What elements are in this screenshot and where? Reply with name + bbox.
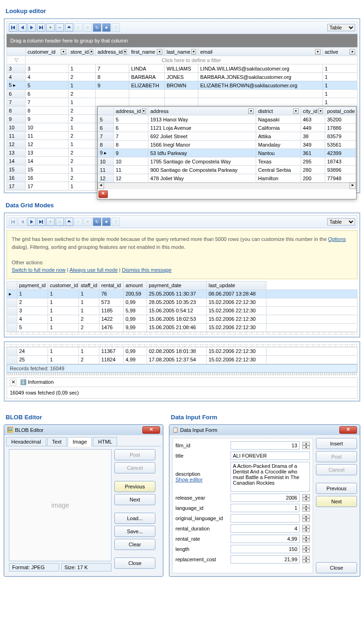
nav-next-button[interactable] xyxy=(28,218,36,226)
table-row[interactable]: 7 711 xyxy=(7,98,357,106)
show-editor-link[interactable]: Show editor xyxy=(175,477,228,482)
next-button[interactable]: Next xyxy=(114,494,155,505)
tab-html[interactable]: HTML xyxy=(93,437,117,446)
refresh-button[interactable]: ↻ xyxy=(93,23,101,32)
edit-up-button[interactable] xyxy=(65,218,73,226)
remove-button[interactable]: − xyxy=(56,218,64,226)
edit-up-button[interactable] xyxy=(65,23,73,32)
nav-first-button[interactable] xyxy=(9,23,17,32)
nav-last-button[interactable] xyxy=(37,23,45,32)
table-row[interactable]: 2115730,9928.05.2005 10:35:2315.02.2006 … xyxy=(7,298,357,306)
table-row[interactable]: 5 ▸519ELIZABETHBROWNELIZABETH.BROWN@saki… xyxy=(7,81,357,90)
column-header-payment_id[interactable]: payment_id xyxy=(17,281,48,289)
table-row[interactable]: 6 621 xyxy=(7,90,357,98)
cancel-button[interactable]: Cancel xyxy=(114,462,155,473)
release_year-input[interactable] xyxy=(231,494,300,502)
column-dropdown-icon[interactable]: ▾ xyxy=(191,49,196,55)
column-dropdown-icon[interactable]: ▾ xyxy=(157,49,162,55)
column-header-payment_date[interactable]: payment_date xyxy=(147,281,207,289)
popup-close-button[interactable]: ✕ xyxy=(98,191,108,198)
column-header-address_id[interactable]: address_id▾ xyxy=(96,48,129,56)
remove-button[interactable]: − xyxy=(56,23,64,32)
view-mode-select[interactable]: Table xyxy=(327,24,355,31)
column-dropdown-icon[interactable]: ▾ xyxy=(293,108,299,114)
column-header-postal_code[interactable]: postal_code▾ xyxy=(325,107,356,115)
film_id-input[interactable] xyxy=(231,441,300,450)
column-header-customer_id[interactable]: customer_id xyxy=(48,281,79,289)
table-row[interactable]: 51214769,9915.06.2005 21:08:4615.02.2006… xyxy=(7,323,357,332)
column-header-last_name[interactable]: last_name▾ xyxy=(165,48,198,56)
column-header-rental_id[interactable]: rental_id xyxy=(99,281,124,289)
column-header-address_id[interactable]: address_id▾ xyxy=(114,107,148,115)
column-dropdown-icon[interactable]: ▾ xyxy=(61,49,66,55)
view-mode-select[interactable]: Table xyxy=(327,218,355,226)
table-row[interactable]: 5 51913 Hanoi WayNagasaki46335200 xyxy=(98,115,356,124)
cancel-button[interactable]: Cancel xyxy=(316,464,357,475)
column-header-store_id[interactable]: store_id▾ xyxy=(69,48,96,56)
column-header-city_id[interactable]: city_id▾ xyxy=(301,107,325,115)
language_id-input[interactable] xyxy=(231,504,300,512)
table-row[interactable]: 31111855,9915.06.2005 0:54:1215.02.2006 … xyxy=(7,306,357,315)
save-button[interactable]: Save... xyxy=(114,526,155,537)
load-button[interactable]: Load... xyxy=(114,513,155,524)
add-button[interactable]: + xyxy=(46,23,55,32)
column-header-staff_id[interactable]: staff_id xyxy=(79,281,99,289)
column-header-email[interactable]: email▾ xyxy=(198,48,323,56)
table-row[interactable]: 8 81566 Inegl ManorMandalay34953561 xyxy=(98,141,356,149)
close-info-button[interactable]: ✕ xyxy=(10,379,16,386)
column-header-customer_id[interactable]: customer_id▾ xyxy=(26,48,69,56)
table-row[interactable]: ▸11176200,5925.05.2005 11:30:3708.06.200… xyxy=(7,289,357,298)
add-button[interactable]: + xyxy=(46,218,55,226)
column-header-first_name[interactable]: first_name▾ xyxy=(129,48,165,56)
refresh-button[interactable]: ↻ xyxy=(93,218,101,226)
column-dropdown-icon[interactable]: ▾ xyxy=(315,49,321,55)
cancel-button[interactable]: ✕ xyxy=(84,23,92,32)
column-header-address[interactable]: address▾ xyxy=(148,107,256,115)
table-row[interactable]: 2512118244,9917.08.2005 12:37:5415.02.20… xyxy=(7,355,357,364)
nav-prev-button[interactable] xyxy=(18,23,27,32)
nav-prev-button[interactable] xyxy=(18,218,27,226)
column-header-last_update[interactable]: last_update xyxy=(207,281,266,289)
column-dropdown-icon[interactable]: ▾ xyxy=(142,108,146,114)
post-button[interactable]: Post xyxy=(316,451,357,462)
group-by-area[interactable]: Drag a column header here to group by th… xyxy=(7,34,357,47)
cancel-button[interactable]: ✕ xyxy=(84,218,92,226)
previous-button[interactable]: Previous xyxy=(114,481,155,492)
close-button[interactable]: Close xyxy=(316,562,357,573)
column-header-active[interactable]: active▾ xyxy=(323,48,357,56)
filter-icon[interactable]: ▽ xyxy=(7,56,26,64)
column-header-district[interactable]: district▾ xyxy=(256,107,301,115)
tab-image[interactable]: Image xyxy=(68,437,92,446)
replacement_cost-input[interactable] xyxy=(231,555,300,564)
tab-text[interactable]: Text xyxy=(47,437,67,446)
rental_rate-input[interactable] xyxy=(231,535,300,543)
column-header-amount[interactable]: amount xyxy=(124,281,147,289)
post-button[interactable]: Post xyxy=(114,449,155,460)
nav-first-button[interactable] xyxy=(9,218,17,226)
filter-button[interactable]: ▽ xyxy=(112,23,120,32)
insert-button[interactable]: Insert xyxy=(316,438,357,449)
table-row[interactable]: 2411113670,9902.08.2005 18:01:3815.02.20… xyxy=(7,347,357,355)
close-icon[interactable]: ✕ xyxy=(339,426,357,434)
switch-full-mode-link[interactable]: Switch to full mode now xyxy=(12,267,66,273)
check-button[interactable]: ✓ xyxy=(74,23,83,32)
close-button[interactable]: Close xyxy=(114,557,155,569)
table-row[interactable]: 12 12478 Joliet WayHamilton20077948 xyxy=(98,174,356,183)
table-row[interactable]: 11 11900 Santiago de Compostela ParkwayC… xyxy=(98,166,356,174)
column-dropdown-icon[interactable]: ▾ xyxy=(318,108,323,114)
title-input[interactable] xyxy=(231,452,310,460)
bookmark-button[interactable]: ★ xyxy=(102,218,111,226)
table-row[interactable]: 41214220,9915.06.2005 18:02:5315.02.2006… xyxy=(7,315,357,323)
always-full-mode-link[interactable]: Always use full mode xyxy=(70,267,118,273)
clear-button[interactable]: Clear xyxy=(114,539,155,550)
length-input[interactable] xyxy=(231,545,300,553)
options-link[interactable]: Options xyxy=(328,236,346,242)
bookmark-button[interactable]: ★ xyxy=(102,23,111,32)
original_language_id-input[interactable] xyxy=(231,514,300,522)
rental_duration-input[interactable] xyxy=(231,524,300,533)
nav-next-button[interactable] xyxy=(28,23,36,32)
filter-hint[interactable]: Click here to define a filter xyxy=(26,56,357,64)
table-row[interactable]: 4 428BARBARAJONESBARBARA.JONES@sakilacus… xyxy=(7,73,357,81)
table-row[interactable]: 3 317LINDAWILLIAMSLINDA.WILLIAMS@sakilac… xyxy=(7,64,357,73)
column-dropdown-icon[interactable]: ▾ xyxy=(90,49,93,55)
